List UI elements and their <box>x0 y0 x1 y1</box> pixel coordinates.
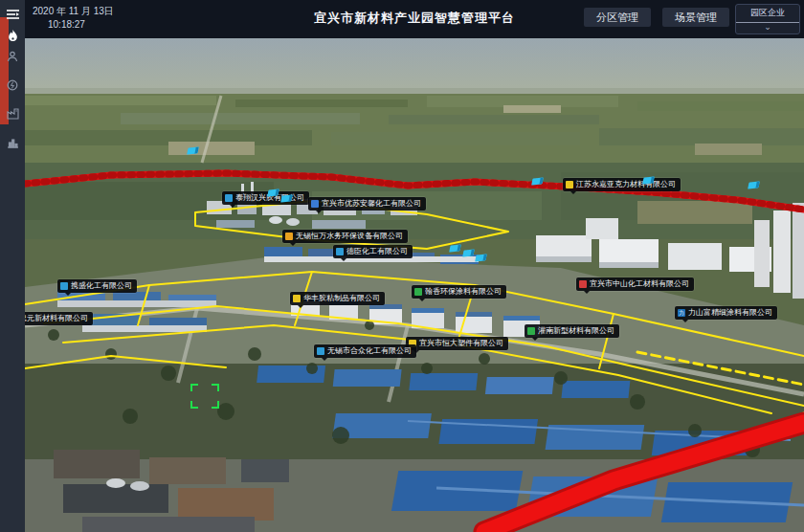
company-label-text: 宜兴市中山化工材料有限公司 <box>590 280 689 288</box>
company-label[interactable]: 翰香环保涂料有限公司 <box>412 285 506 299</box>
company-label-text: 宜兴市恒大塑件有限公司 <box>419 340 503 347</box>
company-label-text: 无锡恒万水务环保设备有限公司 <box>296 233 403 240</box>
company-label-text: 携盛化工有限公司 <box>71 282 132 290</box>
company-label[interactable]: 江苏永嘉亚克力材料有限公司 <box>563 178 681 191</box>
company-label-text: 宜兴市优苏安馨化工有限公司 <box>322 200 421 208</box>
company-logo-icon <box>414 288 422 296</box>
company-logo-icon <box>336 248 344 255</box>
company-label[interactable]: 宜兴市优苏安馨化工有限公司 <box>308 197 426 211</box>
company-label-text: 力山富精细涂料有限公司 <box>688 309 772 317</box>
company-label[interactable]: 宜兴市恒大塑件有限公司 <box>406 337 508 350</box>
company-label-text: 灌南新型材料有限公司 <box>538 327 614 335</box>
company-label-text: 翰香环保涂料有限公司 <box>425 288 502 296</box>
company-label[interactable]: 德臣化工有限公司 <box>333 245 413 258</box>
smart-park-platform: 2020 年 11 月 13日 10:18:27 宜兴市新材料产业园智慧管理平台… <box>0 0 804 532</box>
company-logo-icon: 力 <box>678 309 685 317</box>
company-logo-icon <box>317 347 324 355</box>
scene-manage-button[interactable]: 场景管理 <box>662 8 729 27</box>
company-logo-icon <box>225 194 233 202</box>
company-label[interactable]: 兴达忠元新材料有限公司 <box>25 312 93 325</box>
company-logo-icon <box>527 327 535 335</box>
truck-icon[interactable] <box>748 181 760 188</box>
park-enterprise-dropdown[interactable]: 园区企业 ⌄ <box>735 4 800 34</box>
map-3d-view[interactable]: 泰翔汉兴胶有限公司宜兴市优苏安馨化工有限公司无锡恒万水务环保设备有限公司德臣化工… <box>25 38 804 532</box>
company-logo-icon <box>311 200 319 208</box>
map-label-layer: 泰翔汉兴胶有限公司宜兴市优苏安馨化工有限公司无锡恒万水务环保设备有限公司德臣化工… <box>25 38 804 532</box>
bar-chart-icon[interactable] <box>0 132 25 153</box>
truck-icon[interactable] <box>462 249 475 256</box>
company-label[interactable]: 灌南新型材料有限公司 <box>525 324 619 338</box>
company-logo-icon <box>579 280 587 288</box>
company-logo-icon <box>285 233 293 240</box>
company-label[interactable]: 无锡恒万水务环保设备有限公司 <box>282 230 408 243</box>
company-label[interactable]: 携盛化工有限公司 <box>57 279 137 293</box>
company-label-text: 无锡市合众化工有限公司 <box>327 347 412 355</box>
company-label[interactable]: 华丰胶粘制品有限公司 <box>290 292 385 305</box>
company-logo-icon <box>60 282 68 290</box>
factory-icon[interactable] <box>0 103 25 124</box>
truck-icon[interactable] <box>449 244 461 252</box>
company-label[interactable]: 宜兴市中山化工材料有限公司 <box>576 277 694 291</box>
hamburger-menu-icon[interactable] <box>0 4 25 25</box>
company-label-text: 兴达忠元新材料有限公司 <box>25 315 88 322</box>
top-bar: 2020 年 11 月 13日 10:18:27 宜兴市新材料产业园智慧管理平台… <box>25 0 804 38</box>
power-icon[interactable] <box>0 75 25 96</box>
truck-icon[interactable] <box>187 146 199 154</box>
company-label-text: 华丰胶粘制品有限公司 <box>303 295 380 302</box>
company-label[interactable]: 泰翔汉兴胶有限公司 <box>222 191 309 205</box>
truck-icon[interactable] <box>531 177 544 185</box>
flame-icon[interactable] <box>0 25 25 46</box>
sidebar <box>0 0 25 532</box>
chevron-down-icon: ⌄ <box>736 23 799 33</box>
company-logo-icon <box>293 295 301 302</box>
company-logo-icon <box>566 181 573 188</box>
company-label[interactable]: 力力山富精细涂料有限公司 <box>675 306 777 320</box>
company-label-text: 江苏永嘉亚克力材料有限公司 <box>576 181 676 188</box>
company-label-text: 德臣化工有限公司 <box>346 248 408 255</box>
zone-manage-button[interactable]: 分区管理 <box>584 8 651 27</box>
truck-icon[interactable] <box>475 254 487 261</box>
company-label[interactable]: 无锡市合众化工有限公司 <box>314 344 416 358</box>
dropdown-label: 园区企业 <box>736 5 799 23</box>
person-icon[interactable] <box>0 46 25 67</box>
